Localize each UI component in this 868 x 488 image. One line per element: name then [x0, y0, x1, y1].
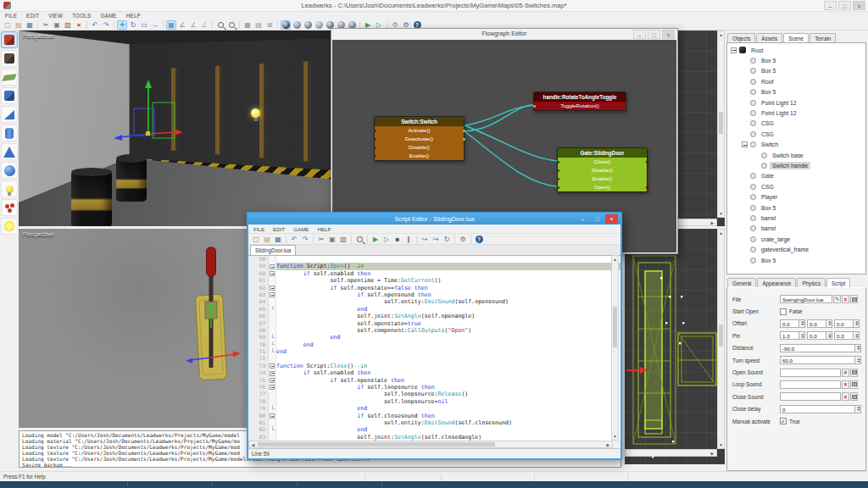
edge-mode-icon[interactable]: ∠: [188, 20, 198, 30]
spinner-buttons[interactable]: [855, 356, 861, 364]
tree-expander[interactable]: [731, 47, 737, 53]
tree-item-box-5[interactable]: Box 5: [727, 87, 865, 97]
view-solid-icon[interactable]: [281, 20, 291, 30]
flow-node-port-activate[interactable]: Activate(): [375, 126, 464, 135]
script-editor-title-bar[interactable]: Script Editor - SlidingDoor.lua –□×: [248, 214, 620, 225]
scale-tool-icon[interactable]: ▭: [139, 20, 149, 30]
tree-item-box-5[interactable]: Box 5: [727, 55, 865, 65]
flow-node-port-open[interactable]: Open(): [558, 183, 647, 191]
vector-field[interactable]: 1.0: [780, 331, 799, 340]
spinner-buttons[interactable]: [826, 319, 832, 328]
flow-node-handle[interactable]: handle:RotateToAngleToggleToggleRotation…: [533, 92, 626, 111]
clear-button[interactable]: ×: [842, 295, 849, 303]
fold-box[interactable]: [270, 363, 275, 369]
dark-box-brush-icon[interactable]: [1, 50, 18, 67]
scene-tree[interactable]: RootBox 5Box 5RoofBox 5Point Light 12Poi…: [726, 42, 866, 274]
tree-item-switch-handle[interactable]: Switch handle: [727, 160, 865, 170]
tree-item-switch[interactable]: Switch: [727, 140, 865, 150]
input-dot[interactable]: [374, 130, 376, 132]
rotate-tool-icon[interactable]: ↻: [128, 20, 138, 30]
tree-item-box-5[interactable]: Box 5: [727, 202, 865, 213]
viewport-wireframe[interactable]: ▲▼ ▶: [625, 229, 725, 464]
minimize-button[interactable]: –: [633, 30, 646, 39]
flowgraph-title-bar[interactable]: Flowgraph Editor –□×: [331, 29, 677, 39]
input-dot[interactable]: [557, 161, 559, 164]
tree-item-roof[interactable]: Roof: [727, 76, 865, 86]
new-icon[interactable]: ▢: [3, 20, 13, 30]
cube-primitive-icon[interactable]: [1, 87, 18, 104]
run-icon[interactable]: ▶: [370, 235, 381, 244]
input-dot[interactable]: [374, 147, 376, 149]
debug-run-icon[interactable]: ▷: [381, 235, 392, 244]
flow-node-port-disable[interactable]: Disable(): [558, 166, 647, 175]
fold-box[interactable]: [270, 292, 275, 297]
view-textured-icon[interactable]: [303, 20, 313, 30]
menu-item-file[interactable]: FILE: [5, 13, 17, 19]
shift-tool-icon[interactable]: ↔: [150, 20, 160, 30]
browse-button[interactable]: [850, 392, 858, 401]
flow-node-port-togglerotation[interactable]: ToggleRotation(): [534, 102, 626, 110]
close-button[interactable]: ×: [662, 30, 675, 39]
face-mode-icon[interactable]: ∠: [199, 20, 209, 30]
menu-item-tools[interactable]: TOOLS: [72, 13, 91, 19]
view-wireframe-icon[interactable]: [314, 20, 324, 30]
vertex-mode-icon[interactable]: ∠: [177, 20, 187, 30]
angle-snap-icon[interactable]: ⊞: [264, 20, 275, 30]
spinner-buttons[interactable]: [799, 331, 805, 340]
cylinder-primitive-icon[interactable]: [1, 125, 18, 141]
select-mode-icon[interactable]: ▦: [166, 20, 176, 30]
tree-expander[interactable]: [742, 141, 748, 147]
translate-gizmo[interactable]: [103, 73, 205, 149]
find-icon[interactable]: [354, 235, 364, 244]
options-icon[interactable]: ⚙: [458, 235, 468, 244]
tree-item-player[interactable]: Player: [727, 191, 865, 202]
vector-field[interactable]: 0.0: [807, 319, 826, 328]
script-menu-item-game[interactable]: GAME: [293, 226, 309, 232]
sound-field[interactable]: [780, 392, 841, 401]
hscrollbar[interactable]: ▶: [625, 449, 717, 457]
switch-lever-model[interactable]: [184, 247, 252, 396]
maximize-button[interactable]: □: [648, 30, 660, 39]
sound-field[interactable]: [780, 369, 841, 377]
tree-item-gate[interactable]: Gate: [727, 171, 865, 181]
zoom-out-icon[interactable]: [226, 20, 236, 30]
tree-item-box-5[interactable]: Box 5: [727, 255, 865, 265]
number-field[interactable]: -90.0: [780, 344, 855, 352]
vector-field[interactable]: 0.0: [780, 319, 799, 328]
code-hscrollbar[interactable]: ◀ ▶: [248, 441, 613, 448]
cone-primitive-icon[interactable]: [1, 143, 18, 160]
step-into-icon[interactable]: ↪: [420, 235, 430, 244]
code-text-area[interactable]: function Script:Open()--in if self.enabl…: [276, 256, 620, 441]
flow-node-switch[interactable]: Switch:SwitchActivate()Deactivate()Disab…: [374, 116, 465, 161]
save-icon[interactable]: ▦: [273, 235, 283, 244]
sun-entity-icon[interactable]: [1, 218, 18, 235]
maximize-button[interactable]: □: [591, 214, 604, 224]
tree-item-csg[interactable]: CSG: [727, 181, 865, 191]
vector-field[interactable]: 0.0: [834, 319, 854, 328]
grid-snap-icon[interactable]: ▦: [242, 20, 253, 30]
undo-icon[interactable]: ↶: [289, 235, 299, 244]
terrain-brush-icon[interactable]: [1, 69, 18, 86]
minimize-button[interactable]: –: [576, 214, 589, 224]
step-out-icon[interactable]: ↻: [442, 235, 452, 244]
tree-item-point-light-12[interactable]: Point Light 12: [727, 97, 865, 108]
code-editor[interactable]: 5859606162636465666768697071727374757677…: [248, 255, 620, 441]
tree-item-barrel[interactable]: barrel: [727, 224, 865, 234]
output-dot[interactable]: [463, 138, 465, 141]
menu-item-view[interactable]: VIEW: [48, 13, 63, 19]
script-menu-item-edit[interactable]: EDIT: [273, 226, 285, 232]
script-menu-item-file[interactable]: FILE: [253, 226, 264, 232]
move-tool-icon[interactable]: ✛: [117, 20, 127, 30]
input-dot[interactable]: [374, 138, 376, 141]
input-dot[interactable]: [533, 105, 536, 108]
spinner-buttons[interactable]: [854, 319, 860, 328]
spinner-buttons[interactable]: [799, 319, 805, 328]
number-field[interactable]: 60.0: [780, 356, 855, 364]
number-field[interactable]: 0: [780, 405, 855, 413]
spinner-buttons[interactable]: [854, 331, 860, 340]
checkbox-manual-activate[interactable]: ✓: [780, 418, 787, 424]
clear-button[interactable]: ×: [842, 380, 849, 389]
light-entity-icon[interactable]: [1, 180, 18, 197]
redo-icon[interactable]: ↷: [300, 235, 310, 244]
script-editor-window[interactable]: Script Editor - SlidingDoor.lua –□× FILE…: [247, 212, 622, 460]
